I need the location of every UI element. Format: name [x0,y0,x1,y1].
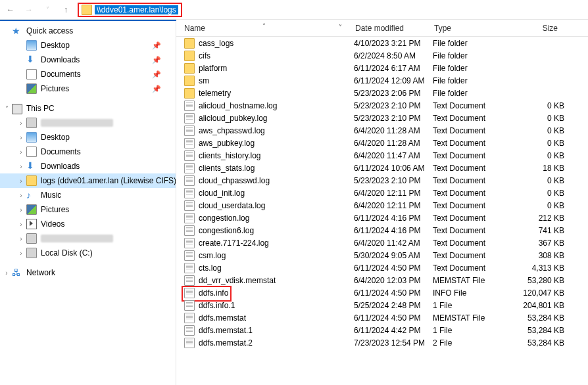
downloads-icon: ⬇ [26,55,37,65]
file-type: Text Document [433,114,512,123]
file-date: 6/11/2024 4:50 PM [354,288,433,298]
pc-item[interactable]: ›logs (ddve01.amer.lan (Likewise CIFS)) [0,173,176,188]
file-row[interactable]: ddfs.info6/11/2024 4:50 PMINFO File120,0… [176,286,588,299]
file-row[interactable]: csm.log5/30/2024 9:05 AMText Document308… [176,249,588,261]
column-name[interactable]: Name ˄ ˅ [176,24,347,33]
file-row[interactable]: sm6/11/2024 12:09 AMFile folder [176,74,588,87]
ico-desktop-icon [26,132,37,143]
qa-downloads[interactable]: ⬇Downloads📌 [0,53,176,67]
column-type[interactable]: Type [426,24,505,33]
expand-icon[interactable]: › [17,148,25,156]
quick-access[interactable]: ★ Quick access [0,24,176,38]
pc-item[interactable]: ›Local Disk (C:) [0,246,176,260]
file-row[interactable]: cloud_userdata.log6/4/2020 12:11 PMText … [176,199,588,212]
expand-icon[interactable]: ˅ [3,105,11,112]
file-row[interactable]: cloud_chpasswd.log5/23/2023 2:10 PMText … [176,174,588,187]
expand-icon[interactable]: › [17,163,25,170]
file-row[interactable]: platform6/11/2024 6:17 AMFile folder [176,62,588,74]
file-row[interactable]: cifs6/2/2024 8:50 AMFile folder [176,49,588,62]
file-row[interactable]: alicloud_pubkey.log5/23/2023 2:10 PMText… [176,112,588,124]
expand-icon[interactable]: › [17,221,25,228]
file-size: 367 KB [512,238,584,248]
file-row[interactable]: alicloud_hostname.log5/23/2023 2:10 PMTe… [176,99,588,112]
file-row[interactable]: congestion.log6/11/2024 4:16 PMText Docu… [176,212,588,224]
pc-item[interactable]: ›Videos [0,217,176,231]
pc-item[interactable]: ›Desktop [0,130,176,145]
documents-icon [26,69,37,79]
file-date: 6/2/2024 8:50 AM [354,51,433,60]
file-row[interactable]: ddfs.memstat.16/11/2024 4:42 PM1 File53,… [176,324,588,336]
file-size: 308 KB [512,251,584,260]
network-label: Network [26,268,55,277]
file-name: clients_stats.log [199,164,354,173]
file-row[interactable]: create.7171-224.log6/4/2020 11:42 AMText… [176,237,588,249]
expand-icon[interactable]: › [17,120,25,127]
address-path[interactable]: \\ddve01.amer.lan\logs [95,5,178,14]
expand-icon[interactable]: › [17,192,25,199]
expand-icon[interactable]: › [17,250,25,257]
qa-pictures[interactable]: Pictures📌 [0,81,176,96]
file-row[interactable]: ddfs.memstat6/11/2024 4:50 PMMEMSTAT Fil… [176,311,588,324]
file-row[interactable]: cass_logs4/10/2023 3:21 PMFile folder [176,37,588,49]
file-icon [184,275,195,286]
redacted-label [41,119,113,127]
file-type: Text Document [433,263,512,273]
pc-item[interactable]: ›♪Music [0,188,176,202]
file-size: 0 KB [512,176,584,185]
network[interactable]: › 🖧 Network [0,265,176,280]
file-row[interactable]: ddfs.info.15/25/2024 2:48 PM1 File204,80… [176,299,588,311]
this-pc[interactable]: ˅ This PC [0,101,176,116]
file-size: 4,313 KB [512,263,584,273]
pc-item-label: Documents [41,147,81,156]
expand-icon[interactable]: › [17,177,25,185]
file-row[interactable]: congestion6.log6/11/2024 4:16 PMText Doc… [176,224,588,237]
file-row[interactable]: aws_pubkey.log6/4/2020 11:28 AMText Docu… [176,137,588,149]
file-icon [184,138,195,148]
file-row[interactable]: dd_vrr_vdisk.memstat6/4/2020 12:03 PMMEM… [176,274,588,286]
file-name: cloud_chpasswd.log [199,176,354,185]
nav-up-icon[interactable]: ↑ [59,3,72,16]
column-date[interactable]: Date modified [347,24,426,33]
file-name: telemetry [199,89,354,98]
file-date: 5/23/2023 2:10 PM [354,114,433,123]
file-type: MEMSTAT File [433,313,512,323]
column-dropdown-icon[interactable]: ˅ [339,24,342,31]
file-size: 0 KB [512,126,584,135]
file-name: aws_pubkey.log [199,139,354,148]
expand-icon[interactable]: › [17,206,25,214]
qa-desktop[interactable]: Desktop📌 [0,38,176,53]
expand-icon[interactable]: › [17,235,25,242]
file-date: 6/11/2024 4:16 PM [354,214,433,223]
qa-documents[interactable]: Documents📌 [0,67,176,81]
file-date: 6/11/2024 10:06 AM [354,164,433,173]
file-row[interactable]: ddfs.memstat.27/23/2023 12:54 PM2 File53… [176,336,588,349]
pc-item[interactable]: › [0,231,176,246]
pictures-icon [26,83,37,94]
file-row[interactable]: cts.log6/11/2024 4:50 PMText Document4,3… [176,261,588,274]
pc-item[interactable]: ›⬇Downloads [0,159,176,173]
folder-icon [82,5,92,15]
nav-back-icon[interactable]: ← [4,3,17,16]
expand-icon[interactable]: › [3,269,11,277]
file-icon [184,213,195,223]
file-date: 6/11/2024 12:09 AM [354,76,433,85]
nav-forward-icon[interactable]: → [22,3,36,16]
file-type: File folder [433,51,512,60]
file-row[interactable]: clients_stats.log6/11/2024 10:06 AMText … [176,162,588,174]
file-row[interactable]: telemetry5/23/2023 2:06 PMFile folder [176,87,588,99]
file-row[interactable]: clients_history.log6/4/2020 11:47 AMText… [176,149,588,162]
expand-icon[interactable]: › [17,134,25,141]
file-name: csm.log [199,251,354,260]
pc-icon [12,104,22,114]
file-row[interactable]: cloud_init.log6/4/2020 12:11 PMText Docu… [176,187,588,199]
pc-item[interactable]: ›Pictures [0,202,176,217]
pc-item[interactable]: › [0,116,176,130]
column-size[interactable]: Size [505,24,577,33]
file-row[interactable]: aws_chpasswd.log6/4/2020 11:28 AMText Do… [176,124,588,137]
file-date: 7/23/2023 12:54 PM [354,338,433,348]
nav-recent-icon[interactable]: ˅ [41,3,54,16]
pc-item[interactable]: ›Documents [0,145,176,159]
file-type: INFO File [433,288,512,298]
file-type: MEMSTAT File [433,276,512,285]
file-size: 53,284 KB [512,313,584,323]
